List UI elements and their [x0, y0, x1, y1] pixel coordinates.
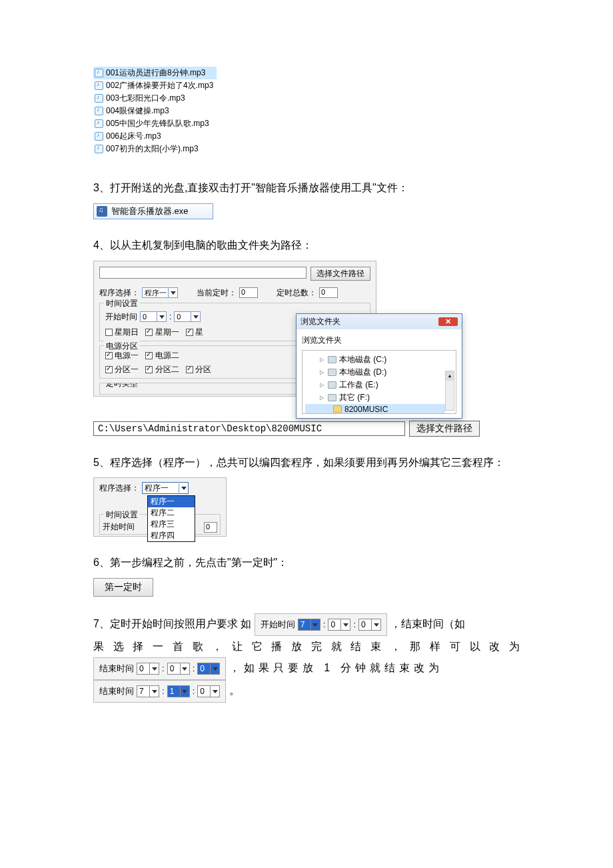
step7-block: 7、定时开始时间按照用户要求 如 开始时间 7 : 0 : 0 ，结束时间（如 …: [93, 613, 520, 703]
list-item[interactable]: 001运动员进行曲8分钟.mp3: [93, 67, 217, 79]
minute-select[interactable]: 0: [167, 663, 190, 675]
program-select-panel: 程序选择： 程序一 程序一 程序二 程序三 程序四 时间设置 开始时间 0: [93, 477, 227, 537]
chevron-down-icon: [310, 619, 320, 630]
select-path-button[interactable]: 选择文件路径: [409, 421, 480, 437]
list-item[interactable]: 002广播体操要开始了4次.mp3: [93, 79, 217, 92]
tree-item-selected[interactable]: 8200MUSIC: [305, 404, 445, 414]
close-icon[interactable]: ✕: [438, 317, 458, 326]
tree-item[interactable]: ▷其它 (F:): [305, 391, 445, 404]
browse-folder-dialog: 浏览文件夹 ✕ 浏览文件夹 ▷本地磁盘 (C:) ▷本地磁盘 (D:) ▷工作盘…: [296, 313, 462, 419]
time-group-label: 时间设置: [104, 509, 140, 521]
second-value: 0: [200, 683, 205, 699]
list-item[interactable]: 003七彩阳光口令.mp3: [93, 92, 217, 105]
chevron-down-icon: [168, 288, 177, 297]
start-min-select[interactable]: 0: [174, 311, 201, 322]
scrollbar[interactable]: ▲: [445, 371, 454, 411]
tree-item[interactable]: ▷本地磁盘 (C:): [305, 353, 445, 366]
chevron-down-icon: [371, 619, 380, 630]
minute-value: 0: [170, 661, 175, 677]
drive-icon: [328, 356, 336, 363]
tree-item[interactable]: ▷工作盘 (E:): [305, 379, 445, 391]
start-hour-select[interactable]: 0: [140, 311, 167, 322]
list-item[interactable]: 007初升的太阳(小学).mp3: [93, 143, 217, 155]
colon: :: [162, 683, 165, 700]
chevron-down-icon: [180, 663, 189, 674]
second-select[interactable]: 0: [197, 663, 220, 675]
list-item[interactable]: 006起床号.mp3: [93, 130, 217, 143]
zone2-checkbox[interactable]: [145, 366, 153, 373]
start-time-label: 开始时间: [261, 616, 295, 633]
list-item[interactable]: 005中国少年先锋队队歌.mp3: [93, 117, 217, 130]
minute-value: 0: [330, 617, 335, 633]
zone1-checkbox[interactable]: [105, 366, 113, 373]
start-time-value[interactable]: 0: [204, 522, 217, 533]
current-timer-label: 当前定时：: [197, 287, 237, 299]
mp3-file-list: 001运动员进行曲8分钟.mp3 002广播体操要开始了4次.mp3 003七彩…: [93, 67, 217, 155]
first-timer-button[interactable]: 第一定时: [93, 578, 153, 597]
colon: :: [193, 660, 195, 677]
colon: :: [169, 312, 171, 321]
second-select[interactable]: 0: [358, 619, 381, 631]
file-name: 004眼保健操.mp3: [106, 105, 169, 117]
dropdown-option[interactable]: 程序二: [148, 507, 195, 519]
hour-value: 7: [139, 683, 144, 699]
dropdown-option[interactable]: 程序三: [148, 519, 195, 530]
power1-checkbox[interactable]: [105, 352, 113, 359]
sunday-checkbox[interactable]: [105, 329, 113, 336]
audio-file-icon: [95, 132, 103, 141]
end-time-widget-2: 结束时间 7 : 1 : 0: [93, 680, 226, 703]
list-item[interactable]: 004眼保健操.mp3: [93, 105, 217, 117]
hour-value: 0: [139, 661, 144, 677]
total-timer-input[interactable]: 0: [319, 287, 338, 298]
second-select[interactable]: 0: [197, 685, 220, 697]
exe-file[interactable]: 智能音乐播放器.exe: [93, 203, 213, 219]
chevron-down-icon: [149, 686, 159, 697]
end-time-label: 结束时间: [99, 660, 134, 677]
path-input[interactable]: [99, 267, 306, 279]
tree-item[interactable]: ▷本地磁盘 (D:): [305, 366, 445, 379]
drive-label: 本地磁盘 (C:): [339, 354, 386, 365]
drive-label: 本地磁盘 (D:): [339, 367, 386, 378]
power2-checkbox[interactable]: [145, 352, 153, 359]
step6-text: 6、第一步编程之前，先点击"第一定时"：: [93, 553, 520, 573]
step7-text-b: ，结束时间（如: [390, 618, 465, 629]
colon: :: [353, 616, 356, 633]
monday-label: 星期一: [155, 327, 179, 337]
scroll-up-icon[interactable]: ▲: [446, 371, 454, 381]
program-select-label: 程序选择：: [99, 287, 139, 299]
folder-icon: [333, 405, 342, 413]
path-bar: C:\Users\Administrator\Desktop\8200MUSIC…: [93, 421, 480, 437]
colon: :: [162, 660, 165, 677]
zone3-checkbox[interactable]: [186, 366, 193, 373]
folder-label: 8200MUSIC: [344, 405, 388, 414]
minute-select[interactable]: 0: [328, 619, 350, 631]
drive-label: 其它 (F:): [339, 392, 370, 403]
zone3-label: 分区: [195, 365, 211, 374]
chevron-down-icon: [191, 312, 200, 321]
current-timer-input[interactable]: 0: [239, 287, 258, 298]
program-select[interactable]: 程序一: [142, 482, 189, 494]
hour-value: 7: [301, 617, 305, 633]
select-path-button[interactable]: 选择文件路径: [310, 267, 370, 281]
power1-label: 电源一: [115, 351, 139, 360]
step7-line3: ，如果只要放 1 分钟就结束改为: [229, 662, 444, 673]
dropdown-option[interactable]: 程序一: [148, 496, 195, 507]
path-value[interactable]: C:\Users\Administrator\Desktop\8200MUSIC: [93, 421, 405, 436]
hour-select[interactable]: 7: [298, 619, 320, 631]
dropdown-option[interactable]: 程序四: [148, 530, 195, 541]
program-select[interactable]: 程序一: [142, 287, 178, 298]
minute-select[interactable]: 1: [167, 685, 190, 697]
audio-file-icon: [95, 94, 103, 103]
monday-checkbox[interactable]: [145, 329, 153, 336]
chevron-down-icon: [180, 686, 189, 697]
step7-line2: 果选择一首歌，让它播放完就结束，那样可以改为: [93, 636, 520, 657]
hour-select[interactable]: 7: [137, 685, 159, 697]
hour-select[interactable]: 0: [137, 663, 159, 675]
weekday-checkbox[interactable]: [186, 329, 193, 336]
chevron-down-icon: [340, 619, 350, 630]
timer-type-label: 定时类型: [104, 383, 140, 389]
drive-icon: [328, 381, 336, 389]
app-icon: [97, 206, 107, 217]
start-time-label: 开始时间: [105, 311, 137, 323]
file-name: 001运动员进行曲8分钟.mp3: [106, 67, 205, 79]
